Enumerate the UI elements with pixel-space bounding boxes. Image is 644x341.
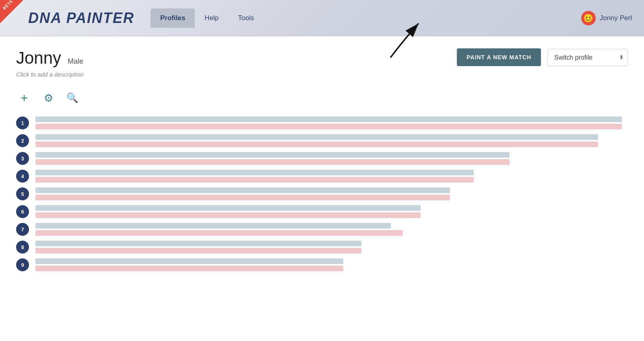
search-icon: 🔍 bbox=[66, 92, 78, 104]
chrom-bar-top-2 bbox=[35, 134, 598, 140]
switch-profile-wrapper: Switch profile bbox=[547, 49, 628, 66]
paint-new-match-button[interactable]: PAINT A NEW MATCH bbox=[457, 48, 541, 66]
chrom-bar-top-8 bbox=[35, 241, 361, 246]
chrom-bar-top-9 bbox=[35, 258, 343, 264]
chrom-bars-6 bbox=[35, 205, 628, 218]
chrom-bar-bot-7 bbox=[35, 230, 403, 236]
chromosome-row-9: 9 bbox=[16, 256, 628, 274]
chrom-bar-bot-8 bbox=[35, 248, 361, 254]
chrom-bar-bot-6 bbox=[35, 212, 421, 218]
profile-name: Jonny bbox=[16, 48, 61, 68]
chrom-bars-8 bbox=[35, 241, 628, 254]
profile-description[interactable]: Click to add a description bbox=[16, 71, 84, 78]
chrom-bars-2 bbox=[35, 134, 628, 147]
chrom-badge-3: 3 bbox=[16, 152, 29, 165]
chromosome-list: 1 2 3 4 bbox=[16, 114, 628, 274]
chrom-bar-bot-1 bbox=[35, 124, 622, 129]
header: BETA DNA PAINTER Profiles Help Tools 😊 J… bbox=[0, 0, 644, 36]
chromosome-row-8: 8 bbox=[16, 238, 628, 256]
chrom-bar-bot-3 bbox=[35, 159, 510, 165]
chrom-bar-bot-5 bbox=[35, 195, 450, 200]
avatar-emoji: 😊 bbox=[583, 13, 593, 23]
chrom-bar-bot-4 bbox=[35, 177, 474, 183]
user-name[interactable]: Jonny Perl bbox=[600, 14, 632, 22]
profile-actions: PAINT A NEW MATCH Switch profile bbox=[457, 48, 628, 66]
chrom-bar-top-3 bbox=[35, 152, 510, 158]
chrom-badge-8: 8 bbox=[16, 241, 29, 254]
profile-name-row: Jonny Male bbox=[16, 48, 84, 68]
profile-gender: Male bbox=[68, 57, 83, 66]
chrom-badge-6: 6 bbox=[16, 205, 29, 218]
gear-icon: ⚙ bbox=[44, 92, 53, 104]
main-content: Jonny Male Click to add a description PA… bbox=[0, 36, 644, 286]
chrom-badge-7: 7 bbox=[16, 223, 29, 236]
chrom-bar-top-7 bbox=[35, 223, 391, 229]
chrom-bar-bot-2 bbox=[35, 141, 598, 147]
chrom-badge-2: 2 bbox=[16, 134, 29, 147]
toolbar: + ⚙ 🔍 bbox=[16, 90, 628, 106]
header-right: 😊 Jonny Perl bbox=[581, 11, 632, 25]
chrom-bar-top-5 bbox=[35, 187, 450, 193]
chrom-bars-5 bbox=[35, 187, 628, 200]
user-avatar: 😊 bbox=[581, 11, 596, 25]
chrom-bars-9 bbox=[35, 258, 628, 271]
settings-button[interactable]: ⚙ bbox=[40, 90, 56, 106]
chrom-bars-3 bbox=[35, 152, 628, 165]
chrom-bars-1 bbox=[35, 116, 628, 129]
chromosome-row-3: 3 bbox=[16, 150, 628, 167]
plus-icon: + bbox=[21, 91, 28, 106]
chrom-badge-1: 1 bbox=[16, 116, 29, 129]
chromosome-row-7: 7 bbox=[16, 220, 628, 238]
profile-info: Jonny Male Click to add a description bbox=[16, 48, 84, 78]
main-nav: Profiles Help Tools bbox=[151, 0, 264, 36]
chrom-bar-top-1 bbox=[35, 116, 622, 122]
arrow-annotation bbox=[378, 17, 431, 62]
chrom-bar-top-6 bbox=[35, 205, 421, 211]
switch-profile-select[interactable]: Switch profile bbox=[547, 49, 628, 66]
chrom-bar-bot-9 bbox=[35, 266, 343, 271]
logo[interactable]: DNA PAINTER bbox=[28, 10, 134, 27]
nav-profiles[interactable]: Profiles bbox=[151, 8, 195, 28]
chrom-bars-7 bbox=[35, 223, 628, 236]
chrom-badge-5: 5 bbox=[16, 187, 29, 200]
chromosome-row-1: 1 bbox=[16, 114, 628, 132]
chrom-badge-4: 4 bbox=[16, 170, 29, 183]
chrom-bars-4 bbox=[35, 170, 628, 183]
nav-help[interactable]: Help bbox=[195, 8, 228, 28]
chromosome-row-6: 6 bbox=[16, 203, 628, 220]
search-button[interactable]: 🔍 bbox=[64, 90, 80, 106]
add-button[interactable]: + bbox=[16, 90, 32, 106]
chromosome-row-5: 5 bbox=[16, 185, 628, 203]
profile-header: Jonny Male Click to add a description PA… bbox=[16, 48, 628, 78]
nav-tools[interactable]: Tools bbox=[228, 8, 264, 28]
chrom-bar-top-4 bbox=[35, 170, 474, 175]
chrom-badge-9: 9 bbox=[16, 258, 29, 271]
chromosome-row-4: 4 bbox=[16, 167, 628, 185]
chromosome-row-2: 2 bbox=[16, 132, 628, 150]
